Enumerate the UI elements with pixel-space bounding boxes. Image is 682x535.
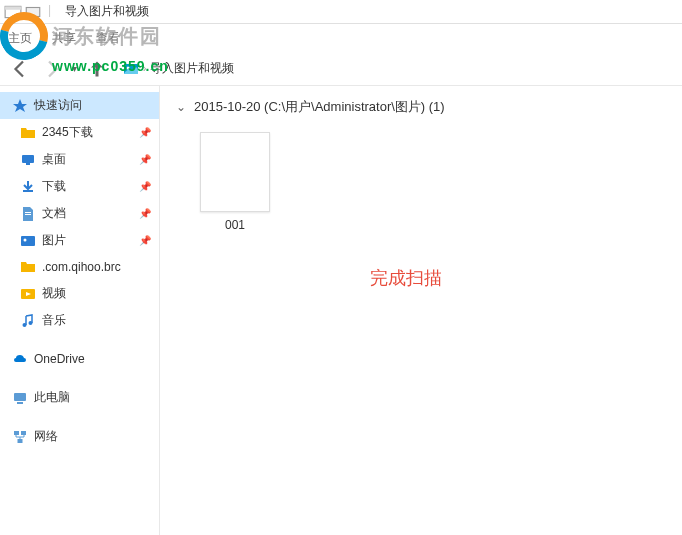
sidebar-item-label: 此电脑: [34, 389, 70, 406]
folder-type-icon: [123, 61, 139, 77]
svg-rect-9: [21, 236, 35, 246]
ribbon-tab-home[interactable]: 主页: [8, 26, 32, 51]
svg-rect-14: [14, 393, 26, 401]
music-icon: [20, 313, 36, 329]
sidebar-network[interactable]: 网络: [0, 423, 159, 450]
sidebar-quickaccess[interactable]: 快速访问: [0, 92, 159, 119]
sidebar-onedrive[interactable]: OneDrive: [0, 346, 159, 372]
folder-icon: [20, 259, 36, 275]
sidebar-item-label: 视频: [42, 285, 66, 302]
document-icon: [20, 206, 36, 222]
sidebar-item-music[interactable]: 音乐: [0, 307, 159, 334]
pin-icon: 📌: [139, 181, 151, 192]
back-button[interactable]: [8, 57, 32, 81]
cloud-icon: [12, 351, 28, 367]
title-bar: | 导入图片和视频: [0, 0, 682, 24]
sidebar-item-label: OneDrive: [34, 352, 85, 366]
download-icon: [20, 179, 36, 195]
svg-point-12: [23, 323, 27, 327]
address-bar[interactable]: › 导入图片和视频: [117, 58, 240, 79]
svg-rect-8: [25, 214, 31, 215]
forward-button[interactable]: [40, 57, 64, 81]
sidebar-item-label: 桌面: [42, 151, 66, 168]
video-icon: [20, 286, 36, 302]
desktop-icon: [20, 152, 36, 168]
pin-icon: 📌: [139, 208, 151, 219]
breadcrumb-separator-icon: ›: [143, 63, 146, 74]
pin-icon: 📌: [139, 127, 151, 138]
svg-point-10: [24, 238, 27, 241]
pin-icon: 📌: [139, 154, 151, 165]
computer-icon: [12, 390, 28, 406]
file-item[interactable]: 001: [200, 132, 270, 232]
network-icon: [12, 429, 28, 445]
file-name-label: 001: [225, 218, 245, 232]
pin-icon: 📌: [139, 235, 151, 246]
svg-rect-17: [21, 431, 26, 435]
sidebar-item-qihoo[interactable]: .com.qihoo.brc: [0, 254, 159, 280]
navigation-pane: 快速访问 2345下载 📌 桌面 📌 下载 📌 文档 📌 图片 📌: [0, 86, 160, 535]
sidebar-item-label: 2345下载: [42, 124, 93, 141]
star-icon: [12, 98, 28, 114]
qat-icon-1[interactable]: [24, 3, 42, 21]
sidebar-item-label: 下载: [42, 178, 66, 195]
sidebar-item-documents[interactable]: 文档 📌: [0, 200, 159, 227]
sidebar-item-pictures[interactable]: 图片 📌: [0, 227, 159, 254]
group-title: 2015-10-20 (C:\用户\Administrator\图片) (1): [194, 98, 445, 116]
chevron-down-icon[interactable]: ⌄: [176, 100, 186, 114]
content-area: 快速访问 2345下载 📌 桌面 📌 下载 📌 文档 📌 图片 📌: [0, 86, 682, 535]
sidebar-item-label: 快速访问: [34, 97, 82, 114]
svg-rect-18: [18, 439, 23, 443]
sidebar-item-downloads[interactable]: 下载 📌: [0, 173, 159, 200]
group-header[interactable]: ⌄ 2015-10-20 (C:\用户\Administrator\图片) (1…: [176, 98, 666, 116]
up-button[interactable]: [85, 57, 109, 81]
svg-rect-16: [14, 431, 19, 435]
history-dropdown-icon[interactable]: ▾: [72, 63, 77, 74]
sidebar-item-label: 图片: [42, 232, 66, 249]
file-thumbnail: [200, 132, 270, 212]
window-title: 导入图片和视频: [65, 3, 149, 20]
svg-rect-2: [26, 7, 40, 16]
sidebar-item-label: .com.qihoo.brc: [42, 260, 121, 274]
sidebar-item-desktop[interactable]: 桌面 📌: [0, 146, 159, 173]
file-view[interactable]: ⌄ 2015-10-20 (C:\用户\Administrator\图片) (1…: [160, 86, 682, 535]
breadcrumb-current[interactable]: 导入图片和视频: [150, 60, 234, 77]
sidebar-thispc[interactable]: 此电脑: [0, 384, 159, 411]
window-icon: [4, 3, 22, 21]
sidebar-item-videos[interactable]: 视频: [0, 280, 159, 307]
sidebar-item-label: 网络: [34, 428, 58, 445]
sidebar-item-label: 音乐: [42, 312, 66, 329]
svg-rect-7: [25, 212, 31, 213]
ribbon-tab-share[interactable]: 共享: [52, 26, 76, 51]
separator: |: [48, 3, 51, 21]
folder-icon: [20, 125, 36, 141]
svg-rect-15: [17, 402, 23, 404]
status-message: 完成扫描: [370, 266, 442, 290]
file-grid: 001: [176, 132, 666, 232]
sidebar-item-label: 文档: [42, 205, 66, 222]
pictures-icon: [20, 233, 36, 249]
svg-rect-1: [5, 6, 21, 9]
sidebar-item-2345[interactable]: 2345下载 📌: [0, 119, 159, 146]
svg-point-13: [29, 321, 33, 325]
svg-rect-6: [26, 163, 30, 165]
ribbon-tab-view[interactable]: 查看: [96, 26, 120, 51]
ribbon-bar: 主页 共享 查看: [0, 24, 682, 52]
svg-rect-5: [22, 155, 34, 163]
navigation-bar: ▾ › 导入图片和视频: [0, 52, 682, 86]
